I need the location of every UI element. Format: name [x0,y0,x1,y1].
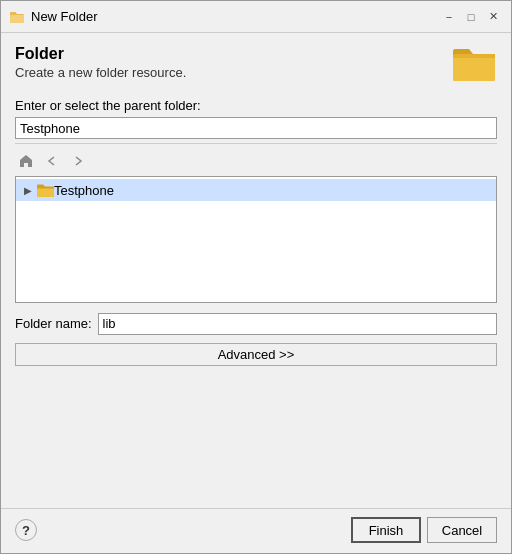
home-icon [19,154,33,168]
tree-expander-testphone[interactable]: ▶ [20,182,36,198]
tree-item-testphone[interactable]: ▶ Testphone [16,179,496,201]
section-description: Create a new folder resource. [15,65,186,80]
home-button[interactable] [15,150,37,172]
finish-button[interactable]: Finish [351,517,421,543]
title-bar-left: New Folder [9,9,97,25]
footer-actions: Finish Cancel [351,517,497,543]
dialog-content: Folder Create a new folder resource. Ent… [1,33,511,508]
parent-folder-input[interactable] [15,117,497,139]
tree-folder-icon [36,183,54,198]
close-button[interactable]: ✕ [483,7,503,27]
bottom-spacer [15,376,497,497]
help-button[interactable]: ? [15,519,37,541]
maximize-button[interactable]: □ [461,7,481,27]
section-header: Folder Create a new folder resource. [15,45,497,92]
forward-icon [71,154,85,168]
large-folder-icon [451,45,497,83]
folder-name-input[interactable] [98,313,497,335]
new-folder-dialog: New Folder − □ ✕ Folder Create a new fol… [0,0,512,554]
advanced-button[interactable]: Advanced >> [15,343,497,366]
section-header-text: Folder Create a new folder resource. [15,45,186,92]
minimize-button[interactable]: − [439,7,459,27]
section-title: Folder [15,45,186,63]
back-button[interactable] [41,150,63,172]
title-bar: New Folder − □ ✕ [1,1,511,33]
back-icon [45,154,59,168]
forward-button[interactable] [67,150,89,172]
folder-name-label: Folder name: [15,316,92,331]
toolbar-row [15,150,497,172]
title-text: New Folder [31,9,97,24]
dialog-footer: ? Finish Cancel [1,508,511,553]
cancel-button[interactable]: Cancel [427,517,497,543]
tree-label-testphone: Testphone [54,183,114,198]
parent-folder-label: Enter or select the parent folder: [15,98,497,113]
folder-name-row: Folder name: [15,313,497,335]
title-bar-folder-icon [9,9,25,25]
separator-1 [15,143,497,144]
folder-tree[interactable]: ▶ Testphone [15,176,497,303]
title-bar-controls: − □ ✕ [439,7,503,27]
